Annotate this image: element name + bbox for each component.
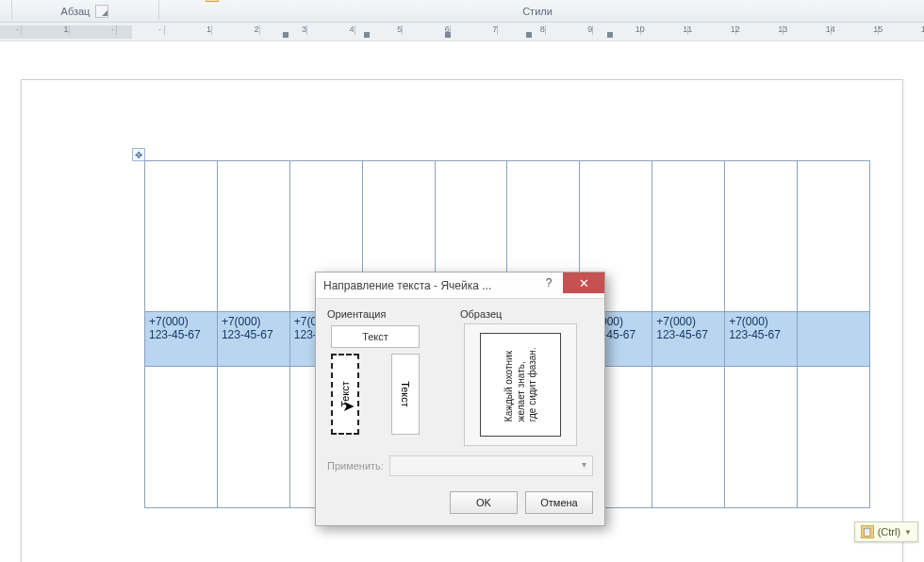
ok-button[interactable]: OK <box>450 491 518 514</box>
table-cell[interactable]: +7(000) 123-45-67 <box>725 312 798 367</box>
group-label: Образец <box>460 308 593 320</box>
ribbon-separator <box>158 0 159 20</box>
text-direction-dialog: Направление текста - Ячейка ... ? ✕ Орие… <box>315 272 605 526</box>
sample-group: Образец Каждый охотник желает знать, где… <box>460 308 593 446</box>
orientation-group: Ориентация Текст Текст Текст ➤ <box>327 308 460 446</box>
orientation-horizontal[interactable]: Текст <box>331 325 420 348</box>
dialog-body: Ориентация Текст Текст Текст ➤ Образец <box>316 299 604 482</box>
ribbon-group-label: Абзац <box>61 6 91 17</box>
sample-page: Каждый охотник желает знать, где сидит ф… <box>480 333 561 437</box>
ribbon-separator <box>11 0 12 20</box>
ruler-tab-stop[interactable] <box>607 32 613 38</box>
dialog-title: Направление текста - Ячейка ... <box>323 279 491 292</box>
ruler-tab-stop[interactable] <box>364 32 370 38</box>
help-button[interactable]: ? <box>535 273 563 293</box>
apply-to-select[interactable] <box>389 455 593 476</box>
cancel-button[interactable]: Отмена <box>525 491 593 514</box>
ruler-tab-stop[interactable] <box>283 32 289 38</box>
table-cell[interactable] <box>798 312 870 367</box>
dialog-titlebar[interactable]: Направление текста - Ячейка ... ? ✕ <box>316 273 604 299</box>
sample-preview: Каждый охотник желает знать, где сидит ф… <box>464 323 577 446</box>
dialog-launcher-icon[interactable]: ◢ <box>95 5 108 18</box>
group-label: Ориентация <box>327 308 460 320</box>
table-cell[interactable]: +7(000) 123-45-67 <box>217 312 289 367</box>
orientation-label: Текст <box>362 331 388 342</box>
table-cell[interactable]: +7(000) 123-45-67 <box>652 312 725 367</box>
paste-options-button[interactable]: 📋 (Ctrl) ▼ <box>854 521 918 542</box>
ribbon-group-label: Стили <box>522 6 553 17</box>
close-button[interactable]: ✕ <box>563 273 604 293</box>
ribbon-group-paragraph: Абзац ◢ <box>19 0 151 22</box>
ruler-tab-stop[interactable] <box>526 32 532 38</box>
ruler-scale: · 1 · · 1 2 3 4 5 6 7 8 9 10 11 12 13 14… <box>21 25 924 39</box>
sample-text: Каждый охотник желает знать, где сидит ф… <box>503 348 538 422</box>
apply-to-row: Применить: <box>327 455 593 476</box>
ruler-tab-stop[interactable] <box>445 32 451 38</box>
orientation-options: Текст Текст Текст ➤ <box>327 323 437 446</box>
close-icon: ✕ <box>579 276 589 290</box>
apply-label: Применить: <box>327 460 384 471</box>
orientation-label: Текст <box>339 381 351 407</box>
paste-options-label: (Ctrl) <box>878 526 900 537</box>
orientation-label: Текст <box>400 381 411 407</box>
horizontal-ruler[interactable]: · 1 · · 1 2 3 4 5 6 7 8 9 10 11 12 13 14… <box>0 23 924 41</box>
orientation-vertical-up[interactable]: Текст <box>331 354 359 435</box>
chevron-down-icon: ▼ <box>904 528 912 537</box>
ribbon-group-styles: Стили <box>160 0 915 22</box>
dialog-buttons: OK Отмена <box>316 482 604 525</box>
table-cell[interactable]: +7(000) 123-45-67 <box>145 312 218 367</box>
table-move-handle-icon[interactable]: ✥ <box>132 148 145 161</box>
ribbon-strip: Абзац ◢ Стили <box>0 0 924 23</box>
orientation-vertical-down[interactable]: Текст <box>391 354 420 435</box>
clipboard-icon: 📋 <box>861 525 874 538</box>
